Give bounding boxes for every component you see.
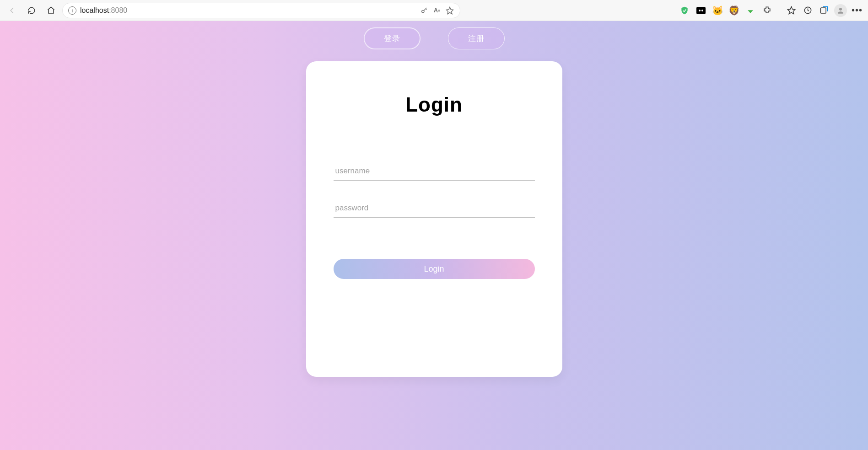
tab-register[interactable]: 注册 [448, 27, 505, 49]
favorites-button[interactable] [785, 4, 798, 17]
shield-extension-icon[interactable] [678, 4, 691, 17]
refresh-button[interactable] [24, 3, 39, 18]
password-input[interactable] [334, 199, 535, 218]
read-aloud-icon[interactable]: A» [432, 6, 442, 15]
address-bar[interactable]: i localhost:8080 A» [62, 3, 460, 18]
lion-extension-icon[interactable]: 🦁 [728, 4, 740, 17]
browser-toolbar: i localhost:8080 A» 🐱 🦁 ••• [0, 0, 868, 21]
collections-button[interactable] [818, 4, 830, 17]
more-button[interactable]: ••• [851, 4, 863, 17]
svg-point-0 [422, 10, 424, 12]
login-card: Login Login [306, 61, 562, 377]
login-submit-button[interactable]: Login [334, 259, 535, 279]
card-title: Login [334, 93, 535, 116]
tab-login[interactable]: 登录 [364, 27, 421, 49]
toolbar-divider [779, 5, 779, 16]
download-extension-icon[interactable] [744, 4, 757, 17]
username-input[interactable] [334, 162, 535, 181]
url-host: localhost [80, 6, 109, 14]
dark-extension-icon[interactable] [695, 4, 707, 17]
home-button[interactable] [43, 3, 59, 18]
favorite-icon[interactable] [445, 6, 454, 15]
svg-point-3 [839, 8, 842, 11]
url-port: :8080 [109, 6, 127, 14]
svg-rect-2 [821, 8, 826, 13]
page-content: 登录 注册 Login Login [0, 21, 868, 450]
back-button[interactable] [5, 3, 20, 18]
profile-avatar[interactable] [834, 4, 847, 17]
extensions-button[interactable] [760, 4, 773, 17]
cat-extension-icon[interactable]: 🐱 [711, 4, 724, 17]
key-icon[interactable] [420, 6, 429, 15]
auth-tabs: 登录 注册 [0, 21, 868, 49]
site-info-icon[interactable]: i [68, 6, 76, 15]
url-text: localhost:8080 [80, 6, 127, 15]
history-button[interactable] [801, 4, 814, 17]
